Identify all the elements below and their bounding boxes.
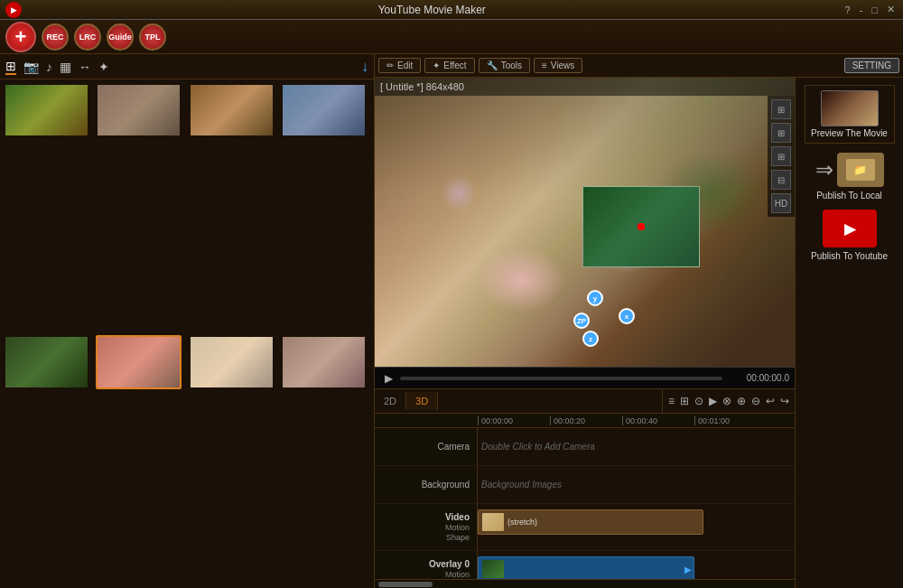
aspect-ratio-button-5[interactable]: HD — [771, 193, 791, 213]
media-toolbar: ⊞ 📷 ♪ ▦ ↔ ✦ ↓ — [0, 54, 374, 79]
right-panel: ✏ ✏ Edit Edit ✦ Effect 🔧 Tools ≡ Views S… — [375, 54, 903, 588]
timeline-tool-upload[interactable]: ⊙ — [694, 395, 703, 407]
media-item-selected[interactable] — [96, 335, 182, 389]
track-hint-background: Background Images — [481, 466, 562, 503]
track-content-background[interactable]: Background Images — [478, 466, 795, 503]
media-tab-video[interactable]: ⊞ — [5, 59, 16, 75]
handle-x[interactable]: x — [619, 308, 635, 324]
setting-button[interactable]: SETTING — [844, 58, 899, 73]
clip-thumb-overlay0 — [482, 560, 504, 578]
track-label-overlay0: Overlay 0 Motion Shape — [375, 551, 478, 579]
aspect-ratio-button-3[interactable]: ⊞ — [771, 146, 791, 166]
tab-2d[interactable]: 2D — [375, 392, 406, 410]
main-area: ⊞ 📷 ♪ ▦ ↔ ✦ ↓ — [0, 54, 903, 588]
track-content-video[interactable]: (stretch) — [478, 504, 795, 550]
timeline-ruler: 00:00:00 00:00:20 00:00:40 00:01:00 — [375, 414, 795, 428]
preview-movie-button[interactable]: Preview The Movie — [805, 85, 895, 144]
media-tab-music[interactable]: ♪ — [46, 60, 52, 74]
left-panel: ⊞ 📷 ♪ ▦ ↔ ✦ ↓ — [0, 54, 375, 588]
timeline-tool-list[interactable]: ≡ — [668, 395, 675, 407]
play-button[interactable]: ▶ — [380, 370, 396, 387]
close-button[interactable]: ✕ — [884, 4, 898, 15]
preview-overlay-thumbnail[interactable] — [582, 186, 700, 267]
edit-toolbar: ✏ ✏ Edit Edit ✦ Effect 🔧 Tools ≡ Views S… — [375, 54, 903, 78]
timeline-right-sidebar: Preview The Movie ⇒ 📁 Publish To Local — [795, 78, 903, 588]
ruler-mark: 00:00:40 — [622, 416, 694, 425]
edit-icon: ✏ — [386, 61, 394, 70]
publish-arrow-icon: ⇒ — [815, 157, 833, 182]
media-tab-camera[interactable]: 📷 — [23, 60, 39, 74]
rec-button[interactable]: REC — [42, 23, 69, 51]
edit-tab[interactable]: ✏ ✏ Edit Edit — [378, 58, 421, 73]
media-item[interactable] — [189, 83, 275, 137]
publish-local-button[interactable]: ⇒ 📁 Publish To Local — [805, 153, 895, 201]
titlebar: ▶ YouTube Movie Maker ? - □ ✕ — [0, 0, 903, 20]
publish-youtube-label: Publish To Youtube — [811, 251, 888, 261]
main-toolbar: + REC LRC Guide TPL — [0, 20, 903, 54]
publish-local-label: Publish To Local — [816, 191, 882, 201]
media-item[interactable] — [4, 83, 89, 137]
tpl-button[interactable]: TPL — [139, 23, 166, 51]
app-title: YouTube Movie Maker — [22, 4, 842, 16]
media-item[interactable] — [281, 335, 367, 389]
media-item[interactable] — [281, 83, 367, 137]
media-item[interactable] — [4, 335, 89, 389]
minimize-button[interactable]: - — [857, 5, 866, 15]
timeline-tools: ≡ ⊞ ⊙ ▶ ⊗ ⊕ ⊖ ↩ ↪ — [662, 389, 795, 413]
track-row-background: Background Background Images — [375, 466, 795, 504]
progress-bar[interactable] — [400, 377, 722, 380]
effect-tab[interactable]: ✦ Effect — [424, 58, 474, 73]
youtube-icon: ▶ — [823, 210, 877, 247]
track-label-background: Background — [375, 466, 478, 503]
track-row-video: Video Motion Shape (stretch) — [375, 504, 795, 551]
help-button[interactable]: ? — [842, 5, 853, 15]
timeline-tool-zoom-out[interactable]: ⊖ — [751, 395, 760, 407]
tab-3d[interactable]: 3D — [406, 392, 438, 410]
preview-title-bar: [ Untitle *] 864x480 — [375, 78, 795, 96]
track-label-camera: Camera — [375, 428, 478, 465]
overlay-arrow: ▶ — [684, 565, 692, 574]
timeline-tool-add-video[interactable]: ⊞ — [680, 395, 689, 407]
tools-tab[interactable]: 🔧 Tools — [479, 58, 530, 73]
timeline-tool-zoom-in[interactable]: ⊕ — [737, 395, 746, 407]
track-row-overlay0: Overlay 0 Motion Shape ▶ — [375, 551, 795, 579]
clip-thumb-video — [482, 513, 504, 531]
preview-movie-label: Preview The Movie — [811, 128, 888, 138]
bottom-tabs: 2D 3D ≡ ⊞ ⊙ ▶ ⊗ ⊕ ⊖ ↩ ↪ — [375, 388, 795, 414]
maximize-button[interactable]: □ — [869, 5, 880, 15]
timeline-tool-play[interactable]: ▶ — [709, 395, 717, 407]
timeline-tool-record[interactable]: ⊗ — [722, 395, 731, 407]
publish-youtube-button[interactable]: ▶ Publish To Youtube — [805, 210, 895, 261]
timeline-scrollbar[interactable] — [375, 579, 795, 588]
handle-y[interactable]: y — [587, 290, 603, 306]
track-content-camera[interactable]: Double Click to Add Camera — [478, 428, 795, 465]
views-icon: ≡ — [542, 61, 547, 70]
track-content-overlay0[interactable]: ▶ — [478, 551, 795, 579]
overlay0-clip[interactable]: ▶ — [478, 556, 694, 579]
media-tab-fx[interactable]: ↔ — [79, 60, 91, 74]
media-item[interactable] — [189, 335, 275, 389]
preview-movie-thumbnail — [821, 90, 879, 126]
aspect-ratio-button-1[interactable]: ⊞ — [771, 99, 791, 119]
lrc-button[interactable]: LRC — [74, 23, 101, 51]
publish-local-icon: 📁 — [837, 153, 884, 187]
timeline-tool-undo[interactable]: ↩ — [766, 395, 775, 407]
media-tab-image[interactable]: ▦ — [60, 60, 71, 74]
aspect-ratio-button-4[interactable]: ⊟ — [771, 170, 791, 190]
guide-button[interactable]: Guide — [107, 23, 134, 51]
add-button[interactable]: + — [5, 22, 36, 52]
views-tab[interactable]: ≡ Views — [534, 58, 582, 73]
time-display: 00:00:00.0 — [726, 373, 789, 383]
preview-file-info: [ Untitle *] 864x480 — [380, 81, 464, 92]
media-item[interactable] — [96, 83, 182, 137]
media-tab-sticker[interactable]: ✦ — [98, 60, 109, 74]
scroll-thumb[interactable] — [378, 582, 433, 587]
aspect-ratio-button-2[interactable]: ⊞ — [771, 123, 791, 143]
timeline-tool-redo[interactable]: ↪ — [780, 395, 789, 407]
handle-zp[interactable]: ZP — [573, 313, 590, 329]
video-clip[interactable]: (stretch) — [478, 509, 703, 535]
import-button[interactable]: ↓ — [361, 59, 368, 75]
handle-z[interactable]: z — [582, 331, 599, 347]
ruler-mark: 00:00:00 — [478, 416, 550, 425]
preview-area: [ Untitle *] 864x480 T ◁ ▷ B I U — [375, 78, 795, 367]
